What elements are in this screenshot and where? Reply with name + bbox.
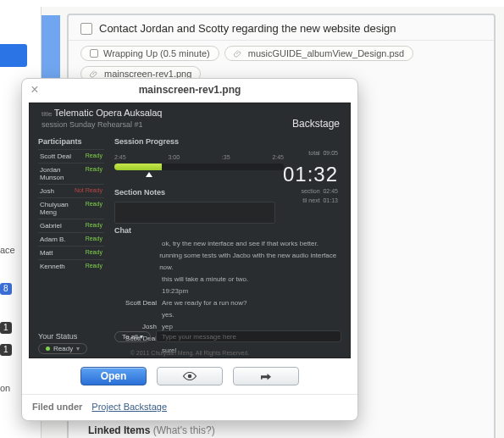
filed-under-label: Filed under [32, 402, 82, 412]
open-button[interactable]: Open [80, 367, 147, 385]
chat-line: Scott DealAre we ready for a run now? [114, 297, 341, 309]
total-time-row: total 09:05 [308, 150, 338, 156]
participant-row: GabrielReady [38, 219, 104, 232]
chat-recipient-pill: To all ▾ [114, 331, 151, 342]
participant-row: JoshNot Ready [38, 184, 104, 197]
chat-line: ok, try the new interface and see if tha… [114, 238, 341, 250]
sidebar-badge: 8 [0, 283, 12, 295]
subtask-checkbox[interactable] [90, 49, 98, 58]
paperclip-icon [90, 69, 99, 79]
participant-row: Scott DealReady [38, 149, 104, 163]
your-status-label: Your Status [38, 332, 77, 341]
attachment-chip[interactable]: musicGUIDE_albumView_Design.psd [224, 46, 413, 61]
section-notes-heading: Section Notes [114, 188, 275, 197]
quicklook-preview: × mainscreen-rev1.png title Telematic Op… [21, 78, 358, 421]
sidebar-badge: 1 [0, 344, 12, 356]
timeline-mark: 2:45 [114, 154, 126, 160]
til-next-row: til next 01:13 [302, 197, 338, 203]
preview-app-title: title Telematic Opera Auksalaq [42, 108, 162, 118]
timeline-mark: 2:45 [272, 154, 284, 160]
linked-items-hint[interactable]: (What's this?) [153, 424, 215, 436]
timeline-handle-icon [146, 172, 152, 177]
chip-label: Wrapping Up (0.5 minute) [103, 48, 210, 58]
sidebar-text-fragment: ace [0, 245, 15, 255]
svg-point-0 [188, 374, 192, 379]
participants-panel: Participants Scott DealReadyJordan Munso… [38, 137, 104, 273]
big-timer: 01:32 [283, 163, 338, 186]
preview-image: title Telematic Opera Auksalaq session S… [29, 103, 351, 358]
section-notes-panel: Section Notes [114, 188, 275, 224]
participant-row: Adam B.Ready [38, 232, 104, 246]
sidebar-text-fragment: on [0, 383, 10, 393]
eye-icon [182, 371, 197, 381]
preview-app-subtitle: session Sunday Rehearsal #1 [42, 120, 143, 129]
task-title-row: Contact Jordan and Scotty regarding the … [69, 15, 494, 41]
participant-row: Chuiyuan MengReady [38, 197, 104, 219]
section-notes-box [114, 202, 275, 224]
task-checkbox[interactable] [80, 23, 92, 35]
sidebar-selected-indicator [0, 44, 27, 67]
chat-line: yes. [114, 309, 341, 321]
preview-brand: Backstage [292, 118, 340, 130]
preview-toolbar: Open [22, 358, 357, 394]
close-icon[interactable]: × [29, 84, 41, 96]
timeline-mark: :35 [222, 154, 230, 160]
filed-under-row: Filed under Project Backstage [22, 394, 357, 420]
sidebar-badge: 1 [0, 322, 12, 334]
chat-input-row: To all ▾ Type your message here [114, 330, 341, 342]
timeline-track [114, 164, 284, 170]
chat-heading: Chat [114, 226, 341, 235]
subtask-chip[interactable]: Wrapping Up (0.5 minute) [80, 46, 219, 61]
preview-filename: mainscreen-rev1.png [22, 79, 357, 103]
paperclip-icon [234, 49, 243, 58]
participant-row: KennethReady [38, 259, 104, 273]
participants-heading: Participants [38, 137, 104, 146]
quicklook-button[interactable] [157, 367, 223, 385]
participant-row: Jordan MunsonReady [38, 163, 104, 184]
task-color-strip [42, 15, 60, 83]
filed-under-link[interactable]: Project Backstage [91, 402, 167, 412]
share-button[interactable] [233, 367, 299, 385]
share-icon [258, 371, 274, 381]
chat-panel: Chat ok, try the new interface and see i… [114, 226, 341, 342]
chat-line: 19:23pm [114, 286, 341, 297]
task-title: Contact Jordan and Scotty regarding the … [99, 22, 396, 35]
chat-input-field: Type your message here [156, 330, 341, 342]
chat-line: this will take a minute or two. [114, 274, 341, 286]
preview-copyright: © 2011 Chuiyuan Meng. All Rights Reserve… [30, 350, 350, 356]
timeline-fill [114, 164, 162, 170]
chip-label: musicGUIDE_albumView_Design.psd [248, 48, 404, 58]
session-progress-heading: Session Progress [114, 137, 284, 146]
timeline-mark: 3:00 [168, 154, 180, 160]
linked-items-label: Linked Items [88, 424, 150, 436]
chat-line: running some tests with Jacbo with the n… [114, 250, 341, 274]
section-time-row: section 02:45 [301, 188, 338, 194]
session-progress-panel: Session Progress 2:453:00:352:45 [114, 137, 284, 170]
linked-items-heading: Linked Items (What's this?) [88, 424, 215, 436]
participant-row: MattReady [38, 246, 104, 259]
